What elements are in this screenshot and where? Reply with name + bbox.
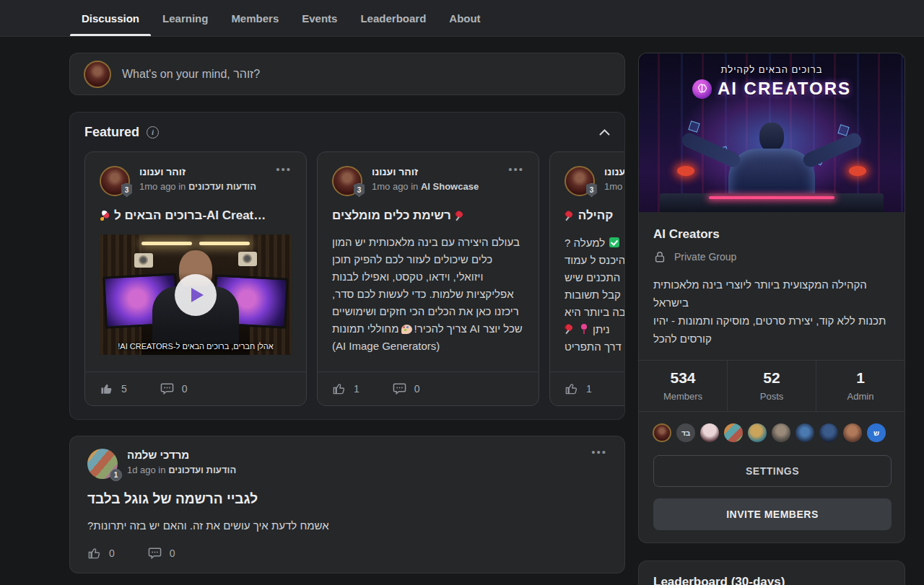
comment-button[interactable]: 0 [148, 546, 175, 560]
featured-title: Featured [84, 125, 139, 140]
tab-members[interactable]: Members [219, 0, 290, 36]
privacy-label: Private Group [674, 251, 736, 263]
brain-icon [692, 79, 712, 99]
comment-button[interactable]: 0 [393, 382, 420, 395]
post-body: בעולם היצירה עם בינה מלאכותית יש המון כל… [332, 234, 524, 355]
current-user-avatar [84, 61, 111, 88]
round-pin-icon [579, 324, 588, 334]
info-icon[interactable]: i [147, 126, 159, 138]
feed-column: What's on your mind, זוהר? Featured i [69, 53, 625, 573]
play-icon[interactable] [175, 274, 217, 316]
tab-events[interactable]: Events [290, 0, 349, 36]
post-title[interactable]: רשימת כלים מומלצים [332, 208, 524, 223]
like-count: 5 [121, 383, 127, 395]
post-category[interactable]: AI Showcase [421, 181, 479, 192]
featured-section: Featured i 3 זוהר וענונ [69, 112, 625, 420]
like-button[interactable]: 5 [100, 382, 127, 395]
post-title[interactable]: ברוכים הבאים ל-AI Creat… [100, 208, 292, 223]
community-banner: ברוכים הבאים לקהילת AI CREATORS [639, 53, 905, 212]
tab-leaderboard[interactable]: Leaderboard [349, 0, 437, 36]
like-button[interactable]: 1 [565, 382, 592, 395]
invite-members-button[interactable]: INVITE MEMBERS [653, 498, 892, 530]
comment-count: 0 [182, 383, 188, 395]
post-composer[interactable]: What's on your mind, זוהר? [69, 53, 625, 95]
stat-posts[interactable]: 52 Posts [727, 361, 816, 411]
lock-icon [653, 250, 666, 263]
member-avatar[interactable] [700, 423, 719, 442]
main-content: What's on your mind, זוהר? Featured i [0, 37, 924, 585]
post-time: 1mo ago in [139, 181, 186, 192]
comment-count: 0 [170, 547, 175, 559]
post-body: אשמח לדעת איך עושים את זה. והאם יש בזה י… [87, 519, 607, 532]
pushpin-icon [455, 211, 465, 221]
stat-members[interactable]: 534 Members [639, 361, 727, 411]
community-stats: 534 Members 52 Posts 1 Admin [639, 360, 905, 412]
banner-welcome-text: ברוכים הבאים לקהילת [639, 53, 905, 75]
level-badge: 1 [110, 469, 122, 481]
author-avatar[interactable]: 3 [100, 166, 130, 196]
post-title[interactable]: לגביי הרשמה של גוגל בלבד [87, 491, 607, 507]
post-category[interactable]: הודעות ועדכונים [188, 181, 256, 192]
ellipsis-menu-icon[interactable]: ••• [508, 166, 524, 173]
top-navigation: Discussion Learning Members Events Leade… [0, 0, 924, 37]
author-avatar[interactable]: 3 [565, 166, 595, 196]
banner-brand-text: AI CREATORS [718, 79, 851, 99]
ellipsis-menu-icon[interactable]: ••• [591, 449, 607, 479]
post-body: ? למעלה היכנס ל עמוד התכנים שיש קבל תשוב… [565, 234, 625, 355]
like-count: 0 [109, 547, 115, 559]
member-avatar[interactable]: בד [676, 423, 695, 442]
featured-card-tools[interactable]: 3 זוהר וענונו 1mo ago in AI Showcase •••… [317, 151, 539, 406]
level-badge: 3 [585, 183, 598, 197]
member-avatar[interactable] [724, 423, 743, 442]
author-name[interactable]: זוהר וענונו [139, 166, 256, 177]
community-description: הקהילה המקצועית ביותר ליוצרי בינה מלאכות… [653, 276, 890, 360]
settings-button[interactable]: SETTINGS [653, 455, 892, 487]
member-avatar[interactable] [819, 423, 838, 442]
chevron-up-icon[interactable] [599, 129, 610, 136]
video-thumbnail[interactable]: אהלן חברים, ברוכים הבאים ל-AI CREATORS! [100, 234, 292, 355]
author-avatar[interactable]: 3 [332, 166, 362, 196]
comment-button[interactable]: 0 [160, 382, 188, 395]
tab-discussion[interactable]: Discussion [70, 0, 151, 36]
community-name: AI Creators [653, 227, 890, 242]
member-avatar[interactable] [772, 423, 790, 442]
rocket-icon [100, 209, 111, 221]
feed-post[interactable]: 1 מרדכי שלמה 1d ago in הודעות ועדכונים •… [69, 436, 625, 573]
community-info-card: ברוכים הבאים לקהילת AI CREATORS AI Creat… [638, 53, 905, 543]
composer-placeholder: What's on your mind, זוהר? [122, 68, 260, 81]
pushpin-icon [565, 211, 575, 221]
like-count: 1 [586, 383, 592, 395]
member-avatar[interactable] [843, 423, 862, 442]
like-button[interactable]: 0 [87, 546, 115, 560]
community-page: Discussion Learning Members Events Leade… [0, 0, 924, 585]
author-name[interactable]: מרדכי שלמה [127, 449, 236, 461]
post-time: 1mo ago in [372, 181, 418, 192]
featured-card-community-guide[interactable]: 3 זוהר וענונו 1mo ago in קהילה ? למעלה ה… [549, 151, 625, 406]
stat-admin[interactable]: 1 Admin [816, 361, 905, 411]
comment-count: 0 [414, 383, 420, 395]
tab-about[interactable]: About [437, 0, 492, 36]
post-title[interactable]: קהילה [565, 208, 625, 223]
palette-icon [401, 325, 412, 334]
level-badge: 3 [121, 183, 133, 197]
post-time: 1mo ago in [604, 181, 625, 192]
video-caption: אהלן חברים, ברוכים הבאים ל-AI CREATORS! [100, 342, 292, 351]
like-count: 1 [354, 383, 359, 395]
featured-header: Featured i [84, 125, 624, 140]
member-avatar[interactable] [748, 423, 767, 442]
author-avatar[interactable]: 1 [87, 449, 118, 479]
ellipsis-menu-icon[interactable]: ••• [276, 166, 292, 173]
like-button[interactable]: 1 [332, 382, 359, 395]
community-sidebar: ברוכים הבאים לקהילת AI CREATORS AI Creat… [638, 53, 905, 585]
member-avatar[interactable] [653, 423, 671, 442]
tab-learning[interactable]: Learning [151, 0, 219, 36]
member-avatar[interactable]: ש [867, 423, 886, 442]
post-category[interactable]: הודעות ועדכונים [168, 465, 236, 475]
featured-cards-carousel: 3 זוהר וענונו 1mo ago in הודעות ועדכונים… [84, 151, 625, 406]
post-time: 1d ago in [127, 465, 166, 475]
member-avatar[interactable] [796, 423, 814, 442]
author-name[interactable]: זוהר וענונו [372, 166, 479, 177]
level-badge: 3 [353, 183, 365, 197]
author-name[interactable]: זוהר וענונו [604, 166, 625, 177]
featured-card-welcome[interactable]: 3 זוהר וענונו 1mo ago in הודעות ועדכונים… [84, 151, 307, 406]
